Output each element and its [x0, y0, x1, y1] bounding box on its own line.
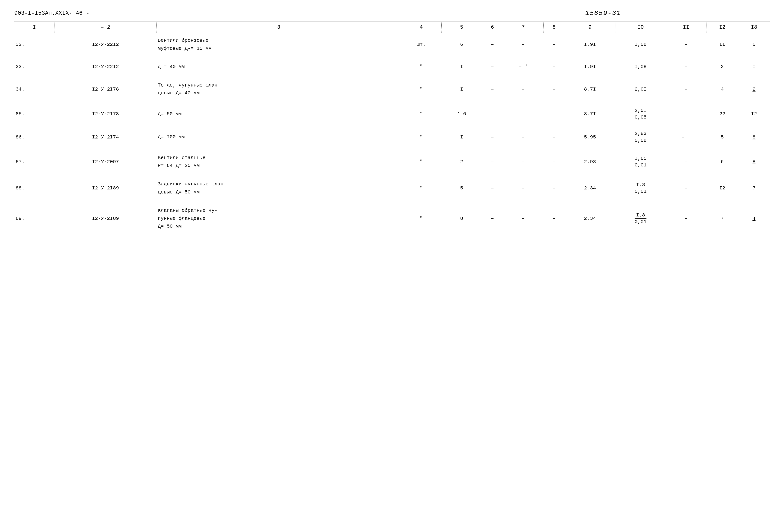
row-col7: –	[543, 59, 565, 74]
row-col4: 5	[441, 177, 482, 199]
table-row: 86.I2-У-2I74Д= I00 мм"I–––5,952,830,08– …	[14, 127, 770, 146]
row-col10: – .	[666, 127, 706, 146]
col-header-11: II	[666, 22, 706, 33]
row-col10: –	[666, 203, 706, 234]
row-col8: 5,95	[565, 127, 615, 146]
row-col11: 5	[706, 127, 738, 146]
row-number: 32.	[14, 33, 55, 56]
row-description: Д= 50 мм	[156, 104, 401, 123]
row-description: Д = 40 мм	[156, 59, 401, 74]
row-col5: –	[482, 104, 503, 123]
row-col6: –	[503, 104, 543, 123]
spacer-row	[14, 147, 770, 150]
row-col10: –	[666, 59, 706, 74]
header-doc-id: 15859-31	[585, 9, 621, 17]
col-header-8: 8	[543, 22, 565, 33]
row-col7: –	[543, 127, 565, 146]
row-col4: I	[441, 59, 482, 74]
col-header-2: – 2	[55, 22, 156, 33]
table-row: 88.I2-У-2I89Задвижки чугунные флан-цевые…	[14, 177, 770, 199]
row-col7: –	[543, 104, 565, 123]
col-header-12: I2	[706, 22, 738, 33]
row-col11: 6	[706, 150, 738, 173]
row-col10: –	[666, 78, 706, 101]
row-col4: I	[441, 78, 482, 101]
row-col9: 2,0I0,05	[615, 104, 666, 123]
row-unit: "	[401, 104, 441, 123]
spacer-row	[14, 199, 770, 203]
col-header-3: 3	[156, 22, 401, 33]
row-col11: 4	[706, 78, 738, 101]
row-col7: –	[543, 177, 565, 199]
row-unit: "	[401, 150, 441, 173]
spacer-row	[14, 56, 770, 59]
row-col5: –	[482, 150, 503, 173]
row-col4: 8	[441, 203, 482, 234]
row-number: 34.	[14, 78, 55, 101]
row-col12: 6	[738, 33, 770, 56]
row-col5: –	[482, 33, 503, 56]
table-row: 32.I2-У-22I2Вентили бронзовыемуфтовые Д-…	[14, 33, 770, 56]
col-header-1: I	[14, 22, 55, 33]
row-col9: I,80,01	[615, 177, 666, 199]
row-col6: –	[503, 150, 543, 173]
row-col9: I,08	[615, 59, 666, 74]
row-col11: I2	[706, 177, 738, 199]
row-col4: 6	[441, 33, 482, 56]
row-col12: I	[738, 59, 770, 74]
table-row: 33.I2-У-22I2Д = 40 мм"I–– '–I,9II,08–2I	[14, 59, 770, 74]
row-col11: 22	[706, 104, 738, 123]
row-code: I2-У-2I74	[55, 127, 156, 146]
row-col6: –	[503, 78, 543, 101]
row-code: I2-У-22I2	[55, 33, 156, 56]
row-code: I2-У-2I78	[55, 78, 156, 101]
row-description: Задвижки чугунные флан-цевые Д= 50 мм	[156, 177, 401, 199]
row-description: То же, чугунные флан-цевые Д= 40 мм	[156, 78, 401, 101]
row-col6: –	[503, 127, 543, 146]
row-description: Вентили стальныеР= 64 Д= 25 мм	[156, 150, 401, 173]
row-col11: 7	[706, 203, 738, 234]
row-code: I2-У-2I78	[55, 104, 156, 123]
row-col5: –	[482, 59, 503, 74]
row-number: 86.	[14, 127, 55, 146]
row-col8: I,9I	[565, 59, 615, 74]
row-unit: "	[401, 78, 441, 101]
row-col12: 7	[738, 177, 770, 199]
row-col10: –	[666, 104, 706, 123]
row-col10: –	[666, 33, 706, 56]
row-number: 33.	[14, 59, 55, 74]
row-col9: I,650,01	[615, 150, 666, 173]
row-col8: 8,7I	[565, 104, 615, 123]
row-col7: –	[543, 203, 565, 234]
page-header: 903-I-I53 Ап.XXIX - 46 - 15859-31	[14, 9, 770, 17]
row-col8: I,9I	[565, 33, 615, 56]
row-col12: 8	[738, 127, 770, 146]
col-header-7: 7	[503, 22, 543, 33]
col-header-5: 5	[441, 22, 482, 33]
row-unit: "	[401, 59, 441, 74]
row-code: I2-У-2I89	[55, 177, 156, 199]
row-col7: –	[543, 150, 565, 173]
spacer-row	[14, 101, 770, 104]
row-col6: – '	[503, 59, 543, 74]
row-col4: ' 6	[441, 104, 482, 123]
row-unit: шт.	[401, 33, 441, 56]
row-col5: –	[482, 127, 503, 146]
row-col9: I,08	[615, 33, 666, 56]
row-col7: –	[543, 33, 565, 56]
row-col9: 2,0I	[615, 78, 666, 101]
header-appendix: Ап.XXIX	[45, 10, 69, 16]
row-description: Д= I00 мм	[156, 127, 401, 146]
column-header-row: I – 2 3 4 5 6 7 8 9 IO II I2 I8	[14, 22, 770, 33]
row-col9: 2,830,08	[615, 127, 666, 146]
row-col9: I,80,01	[615, 203, 666, 234]
col-header-13: I8	[738, 22, 770, 33]
header-page-number: - 46 -	[69, 10, 89, 16]
row-col8: 2,34	[565, 177, 615, 199]
row-code: I2-У-2I89	[55, 203, 156, 234]
row-col11: 2	[706, 59, 738, 74]
row-unit: "	[401, 177, 441, 199]
col-header-10: IO	[615, 22, 666, 33]
row-col12: 2	[738, 78, 770, 101]
row-col7: –	[543, 78, 565, 101]
